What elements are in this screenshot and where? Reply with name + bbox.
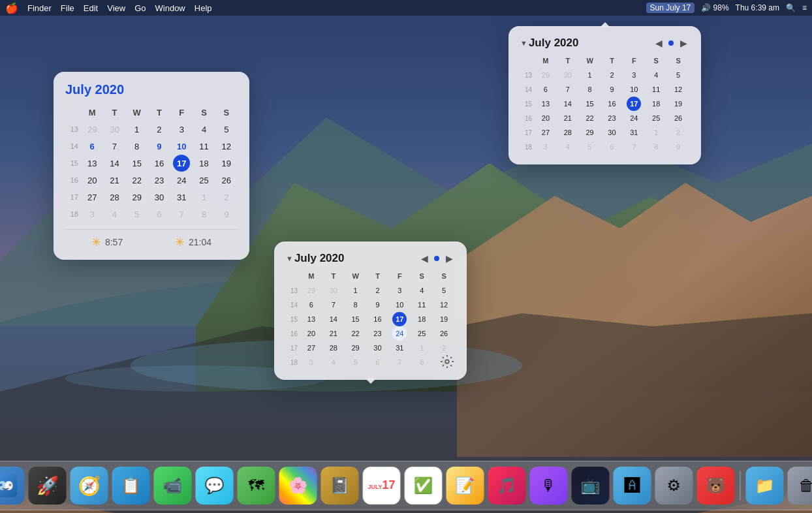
menubar-volume[interactable]: 🔊 98% bbox=[701, 3, 728, 12]
cal-day[interactable]: 28 bbox=[326, 341, 341, 355]
cal-day[interactable]: 7 bbox=[627, 140, 641, 154]
cal-day[interactable]: 6 bbox=[304, 298, 319, 312]
cal-day[interactable]: 20 bbox=[304, 326, 319, 341]
dock-item-notebook[interactable]: 📓 bbox=[321, 467, 359, 505]
nav-next-btn[interactable]: ▶ bbox=[678, 38, 689, 48]
cal-day[interactable]: 1 bbox=[129, 121, 146, 138]
cal-day[interactable]: 10 bbox=[173, 138, 190, 155]
cal-day[interactable]: 30 bbox=[106, 121, 123, 138]
cal-day-today[interactable]: 17 bbox=[392, 312, 407, 326]
menu-window[interactable]: Window bbox=[155, 3, 185, 13]
nav-next-btn[interactable]: ▶ bbox=[443, 253, 455, 264]
cal-day[interactable]: 3 bbox=[84, 206, 101, 223]
cal-day[interactable]: 6 bbox=[84, 138, 101, 155]
dock-item-rocket[interactable]: 🚀 bbox=[29, 467, 67, 505]
cal-day[interactable]: 13 bbox=[539, 97, 553, 111]
cal-day[interactable]: 30 bbox=[561, 68, 575, 82]
cal-day[interactable]: 6 bbox=[370, 355, 384, 369]
cal-day[interactable]: 3 bbox=[304, 355, 319, 369]
cal-day[interactable]: 29 bbox=[539, 68, 553, 82]
cal-day[interactable]: 18 bbox=[196, 155, 213, 172]
dock-item-music[interactable]: 🎵 bbox=[488, 467, 526, 505]
cal-day[interactable]: 14 bbox=[326, 312, 341, 326]
cal-day[interactable]: 2 bbox=[151, 121, 168, 138]
menu-go[interactable]: Go bbox=[134, 3, 146, 13]
cal-day[interactable]: 9 bbox=[671, 140, 685, 154]
cal-day[interactable]: 28 bbox=[106, 189, 123, 206]
cal-day[interactable]: 1 bbox=[414, 341, 429, 355]
cal-day[interactable]: 26 bbox=[437, 326, 451, 341]
cal-day[interactable]: 3 bbox=[392, 283, 407, 298]
dock-item-prefs[interactable]: ⚙ bbox=[655, 467, 693, 505]
cal-day[interactable]: 29 bbox=[583, 125, 597, 140]
gear-button[interactable] bbox=[438, 352, 456, 371]
cal-day[interactable]: 12 bbox=[437, 298, 451, 312]
cal-day[interactable]: 30 bbox=[370, 341, 384, 355]
cal-day[interactable]: 4 bbox=[649, 68, 663, 82]
cal-day[interactable]: 16 bbox=[151, 155, 168, 172]
dock-item-bear[interactable]: 🐻 bbox=[697, 467, 735, 505]
cal-day[interactable]: 14 bbox=[106, 155, 123, 172]
cal-day[interactable]: 5 bbox=[349, 355, 363, 369]
menubar-controls[interactable]: ≡ bbox=[802, 3, 807, 12]
cal-day[interactable]: 2 bbox=[218, 189, 235, 206]
cal-day[interactable]: 6 bbox=[151, 206, 168, 223]
nav-dot[interactable] bbox=[668, 40, 674, 46]
cal-day[interactable]: 21 bbox=[326, 326, 341, 341]
dock-item-appletv[interactable]: 📺 bbox=[572, 467, 610, 505]
cal-day[interactable]: 29 bbox=[84, 121, 101, 138]
cal-day[interactable]: 8 bbox=[129, 138, 146, 155]
menu-finder[interactable]: Finder bbox=[27, 3, 52, 13]
cal-day[interactable]: 12 bbox=[671, 82, 685, 97]
cal-day[interactable]: 7 bbox=[173, 206, 190, 223]
cal-day[interactable]: 4 bbox=[196, 121, 213, 138]
nav-prev-btn[interactable]: ◀ bbox=[418, 253, 430, 264]
cal-day[interactable]: 1 bbox=[583, 68, 597, 82]
menu-file[interactable]: File bbox=[61, 3, 74, 13]
cal-day[interactable]: 7 bbox=[392, 355, 407, 369]
cal-day[interactable]: 15 bbox=[349, 312, 363, 326]
nav-prev-btn[interactable]: ◀ bbox=[653, 38, 664, 48]
cal-day[interactable]: 22 bbox=[583, 111, 597, 125]
dock-item-trash[interactable]: 🗑 bbox=[788, 467, 813, 505]
cal-day[interactable]: 8 bbox=[649, 140, 663, 154]
cal-day[interactable]: 11 bbox=[649, 82, 663, 97]
cal-day[interactable]: 29 bbox=[129, 189, 146, 206]
cal-day[interactable]: 8 bbox=[196, 206, 213, 223]
cal-day[interactable]: 26 bbox=[671, 111, 685, 125]
dock-item-finder[interactable] bbox=[0, 467, 25, 505]
cal-day[interactable]: 27 bbox=[304, 341, 319, 355]
menu-edit[interactable]: Edit bbox=[84, 3, 98, 13]
cal-day[interactable]: 29 bbox=[304, 283, 319, 298]
cal-day[interactable]: 9 bbox=[218, 206, 235, 223]
cal-day[interactable]: 7 bbox=[561, 82, 575, 97]
cal-day[interactable]: 5 bbox=[583, 140, 597, 154]
cal-day-today[interactable]: 17 bbox=[173, 155, 190, 172]
cal-day[interactable]: 9 bbox=[370, 298, 384, 312]
cal-day[interactable]: 6 bbox=[604, 140, 619, 154]
cal-day[interactable]: 30 bbox=[604, 125, 619, 140]
cal-day[interactable]: 29 bbox=[349, 341, 363, 355]
cal-day[interactable]: 18 bbox=[414, 312, 429, 326]
menu-help[interactable]: Help bbox=[195, 3, 212, 13]
cal-day[interactable]: 24 bbox=[173, 172, 190, 189]
cal-day[interactable]: 25 bbox=[649, 111, 663, 125]
cal-day[interactable]: 4 bbox=[414, 283, 429, 298]
dock-item-reminders[interactable]: ✅ bbox=[405, 467, 443, 505]
cal-day[interactable]: 23 bbox=[151, 172, 168, 189]
dock-item-folder[interactable]: 📁 bbox=[746, 467, 784, 505]
dock-item-messages[interactable]: 💬 bbox=[196, 467, 234, 505]
dock-item-photos[interactable]: 🌸 bbox=[279, 467, 317, 505]
cal-day[interactable]: 7 bbox=[106, 138, 123, 155]
cal-day[interactable]: 13 bbox=[304, 312, 319, 326]
cal-day[interactable]: 27 bbox=[539, 125, 553, 140]
cal-day[interactable]: 1 bbox=[196, 189, 213, 206]
cal-day[interactable]: 19 bbox=[671, 97, 685, 111]
cal-day[interactable]: 27 bbox=[84, 189, 101, 206]
cal-day[interactable]: 4 bbox=[561, 140, 575, 154]
menu-view[interactable]: View bbox=[107, 3, 125, 13]
cal-day[interactable]: 5 bbox=[218, 121, 235, 138]
cal-day[interactable]: 10 bbox=[392, 298, 407, 312]
dock-item-appstore[interactable]: 🅰 bbox=[614, 467, 651, 505]
cal-day[interactable]: 31 bbox=[627, 125, 641, 140]
